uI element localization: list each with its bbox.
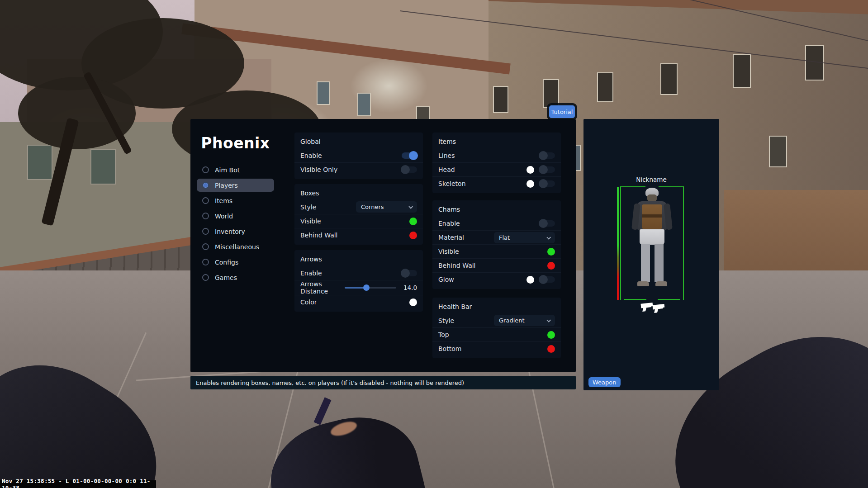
box-style-select[interactable]: Corners	[356, 201, 417, 213]
skeleton-color-swatch[interactable]	[526, 180, 534, 188]
pistol-icon	[652, 303, 666, 313]
chevron-down-icon	[546, 318, 551, 322]
setting-row-visible: Visible	[294, 214, 423, 228]
card-title: Arrows	[294, 252, 423, 266]
player-model	[620, 186, 684, 300]
chams-visible-color-swatch[interactable]	[547, 248, 555, 256]
radio-icon	[202, 274, 209, 281]
sidebar: Phoenix Aim Bot Players Items World	[190, 119, 280, 372]
sidebar-item-configs[interactable]: Configs	[197, 256, 274, 269]
sidebar-item-items[interactable]: Items	[197, 194, 274, 207]
arrows-color-swatch[interactable]	[409, 298, 417, 306]
toggle-knob	[539, 165, 548, 174]
visible-only-toggle[interactable]	[402, 166, 417, 173]
skeleton-toggle[interactable]	[540, 180, 555, 187]
behind-wall-color-swatch[interactable]	[409, 232, 417, 239]
setting-row-top: Top	[432, 327, 561, 341]
material-select[interactable]: Flat	[494, 232, 555, 243]
chevron-down-icon	[408, 204, 413, 209]
toggle-knob	[539, 179, 548, 188]
sidebar-item-label: Players	[215, 182, 238, 189]
setting-label: Glow	[438, 276, 454, 283]
weapon-button[interactable]: Weapon	[588, 377, 621, 387]
apron	[640, 229, 664, 245]
tutorial-label: Tutorial	[551, 109, 573, 115]
setting-label: Visible	[300, 218, 321, 225]
enable-toggle[interactable]	[402, 152, 417, 159]
setting-label: Lines	[438, 152, 455, 159]
card-title: Global	[294, 135, 423, 148]
boot-left	[637, 281, 649, 286]
mask	[647, 194, 657, 201]
setting-label: Style	[438, 317, 454, 324]
health-bottom-color-swatch[interactable]	[547, 345, 555, 353]
radio-icon	[202, 197, 209, 204]
chams-enable-toggle[interactable]	[540, 220, 555, 227]
card-chams: Chams Enable Material Flat Visible	[432, 200, 561, 289]
setting-label: Enable	[438, 220, 460, 227]
lines-toggle[interactable]	[540, 152, 555, 159]
nav-list: Aim Bot Players Items World Inventory	[197, 163, 274, 286]
toggle-knob	[539, 275, 548, 284]
setting-row-skeleton: Skeleton	[432, 176, 561, 190]
toggle-knob	[401, 165, 410, 174]
setting-row-head: Head	[432, 162, 561, 176]
setting-label: Enable	[300, 270, 322, 277]
sidebar-item-aim-bot[interactable]: Aim Bot	[197, 163, 274, 176]
setting-row-color: Color	[294, 295, 423, 309]
arrows-distance-slider[interactable]	[345, 284, 396, 291]
radio-icon	[202, 213, 209, 219]
sidebar-item-label: World	[215, 213, 233, 220]
leg-left	[641, 244, 650, 282]
head-toggle[interactable]	[540, 166, 555, 173]
tutorial-button[interactable]: Tutorial	[549, 105, 575, 118]
setting-label: Color	[300, 298, 317, 306]
setting-row-visible: Visible	[432, 244, 561, 258]
setting-label: Skeleton	[438, 180, 466, 187]
setting-row-style: Style Corners	[294, 200, 423, 214]
setting-row-enable: Enable	[294, 148, 423, 162]
visible-color-swatch[interactable]	[409, 218, 417, 225]
sidebar-item-label: Inventory	[215, 228, 245, 235]
boot-right	[655, 281, 667, 286]
sidebar-item-miscellaneous[interactable]: Miscellaneous	[197, 240, 274, 253]
slider-value: 14.0	[402, 284, 417, 291]
sidebar-item-inventory[interactable]: Inventory	[197, 225, 274, 238]
setting-label: Arrows Distance	[300, 280, 345, 295]
setting-label: Material	[438, 234, 464, 241]
setting-row-enable: Enable	[432, 216, 561, 230]
setting-row-behind-wall: Behind Wall	[432, 258, 561, 272]
glow-color-swatch[interactable]	[526, 276, 534, 284]
slider-knob[interactable]	[363, 284, 370, 291]
chams-behind-wall-color-swatch[interactable]	[547, 262, 555, 270]
glow-toggle[interactable]	[540, 276, 555, 283]
card-title: Boxes	[294, 186, 423, 200]
cheat-menu-panel: Phoenix Aim Bot Players Items World	[190, 119, 576, 372]
sidebar-item-games[interactable]: Games	[197, 271, 274, 284]
setting-row-material: Material Flat	[432, 230, 561, 244]
weapon-icons	[640, 302, 672, 313]
card-arrows: Arrows Enable Arrows Distance 14.0	[294, 250, 423, 312]
sidebar-item-players[interactable]: Players	[197, 179, 274, 192]
setting-label: Bottom	[438, 345, 461, 352]
setting-label: Head	[438, 166, 455, 173]
setting-row-lines: Lines	[432, 148, 561, 162]
sidebar-item-world[interactable]: World	[197, 209, 274, 223]
toggle-knob	[539, 219, 548, 228]
health-top-color-swatch[interactable]	[547, 331, 555, 339]
card-items: Items Lines Head Skeleton	[432, 133, 561, 193]
esp-preview-panel: Nickname	[583, 119, 719, 390]
setting-row-glow: Glow	[432, 272, 561, 286]
card-boxes: Boxes Style Corners Visible Behind Wall	[294, 184, 423, 245]
setting-row-visible-only: Visible Only	[294, 162, 423, 176]
health-style-select[interactable]: Gradient	[494, 315, 555, 326]
tooltip-text: Enables rendering boxes, names, etc. on …	[196, 379, 464, 386]
preview-health-bar	[617, 187, 619, 300]
head-color-swatch[interactable]	[526, 166, 534, 174]
toggle-knob	[409, 151, 418, 160]
sidebar-item-label: Configs	[215, 259, 238, 266]
card-title: Health Bar	[432, 300, 561, 313]
card-global: Global Enable Visible Only	[294, 133, 423, 179]
arrows-enable-toggle[interactable]	[402, 270, 417, 276]
hud-clock: Nov 27 15:38:55 - L 01-00-00-00-00 0:0 1…	[0, 480, 156, 488]
